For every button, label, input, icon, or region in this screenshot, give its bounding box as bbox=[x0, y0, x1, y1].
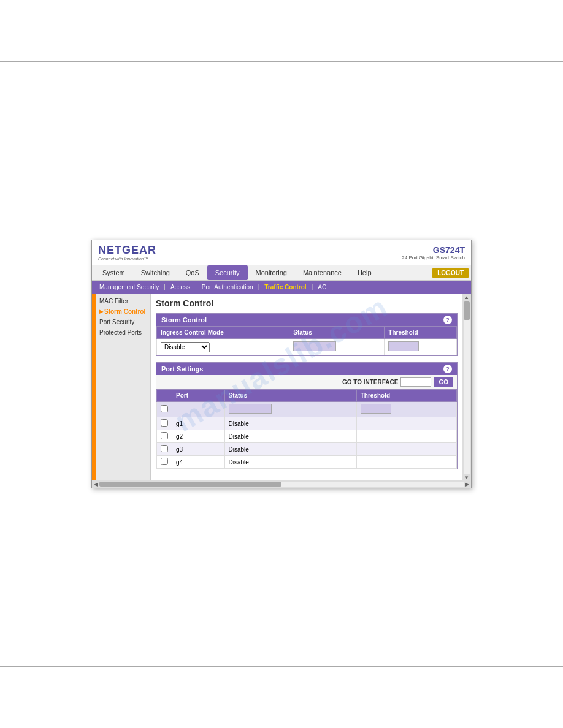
tab-help[interactable]: Help bbox=[350, 265, 380, 280]
netgear-logo: NETGEAR Connect with Innovation™ bbox=[98, 244, 156, 261]
port-settings-header: Port Settings ? bbox=[156, 363, 457, 375]
sidebar-item-protected-ports[interactable]: Protected Ports bbox=[96, 327, 150, 338]
threshold-g3 bbox=[356, 443, 456, 456]
subnav-acl[interactable]: ACL bbox=[314, 282, 333, 292]
storm-control-help-icon[interactable]: ? bbox=[443, 316, 452, 324]
browser-window: manualslib.com NETGEAR Connect with Inno… bbox=[91, 240, 472, 488]
device-model: GS724T bbox=[402, 245, 465, 255]
port-settings-table: Port Status Threshold bbox=[156, 389, 457, 469]
page-title: Storm Control bbox=[156, 298, 458, 308]
logout-button[interactable]: LOGOUT bbox=[432, 268, 469, 278]
threshold-g1 bbox=[356, 417, 456, 430]
sidebar-label-storm-control: Storm Control bbox=[104, 308, 145, 315]
status-input-disabled bbox=[293, 341, 336, 351]
port-settings-help-icon[interactable]: ? bbox=[443, 365, 452, 373]
h-scroll-thumb[interactable] bbox=[99, 482, 282, 487]
horizontal-scrollbar[interactable]: ◀ ▶ bbox=[92, 480, 471, 488]
col-ingress-control-mode: Ingress Control Mode bbox=[157, 327, 289, 339]
threshold-cell-all bbox=[356, 402, 456, 417]
go-to-interface-input[interactable] bbox=[400, 377, 431, 387]
vertical-scrollbar[interactable]: ▲ ▼ bbox=[462, 294, 471, 480]
tab-security[interactable]: Security bbox=[207, 265, 248, 280]
arrow-icon: ▶ bbox=[99, 309, 103, 314]
status-cell-all bbox=[224, 402, 356, 417]
tab-switching[interactable]: Switching bbox=[133, 265, 178, 280]
subnav-traffic-control[interactable]: Traffic Control bbox=[261, 282, 310, 292]
device-desc: 24 Port Gigabit Smart Switch bbox=[402, 255, 465, 260]
sidebar-label-port-security: Port Security bbox=[99, 319, 134, 325]
status-g1: Disable bbox=[224, 417, 356, 430]
port-g2: g2 bbox=[172, 430, 225, 443]
port-settings-title: Port Settings bbox=[161, 365, 203, 373]
checkbox-g2[interactable] bbox=[161, 432, 168, 439]
sidebar-item-port-security[interactable]: Port Security bbox=[96, 317, 150, 327]
table-row: g1 Disable bbox=[157, 417, 457, 430]
h-scroll-left[interactable]: ◀ bbox=[92, 482, 99, 487]
subnav-access[interactable]: Access bbox=[167, 282, 194, 292]
sidebar-item-storm-control[interactable]: ▶ Storm Control bbox=[96, 306, 150, 317]
port-g4: g4 bbox=[172, 456, 225, 469]
h-scroll-right[interactable]: ▶ bbox=[464, 482, 471, 487]
header-bar: NETGEAR Connect with Innovation™ GS724T … bbox=[92, 240, 471, 265]
main-nav: System Switching QoS Security Monitoring… bbox=[92, 265, 471, 281]
threshold-cell bbox=[385, 339, 457, 355]
sidebar: MAC Filter ▶ Storm Control Port Security… bbox=[96, 294, 151, 480]
checkbox-g3[interactable] bbox=[161, 445, 168, 452]
logo-text: NETGEAR bbox=[98, 244, 156, 257]
port-g3: g3 bbox=[172, 443, 225, 456]
scroll-thumb[interactable] bbox=[464, 301, 470, 320]
device-info: GS724T 24 Port Gigabit Smart Switch bbox=[402, 245, 465, 260]
tab-monitoring[interactable]: Monitoring bbox=[248, 265, 295, 280]
subnav-port-authentication[interactable]: Port Authentication bbox=[198, 282, 257, 292]
ingress-control-cell: Disable Broadcast Multicast Unknown Unic… bbox=[157, 339, 289, 355]
table-row: g4 Disable bbox=[157, 456, 457, 469]
checkbox-cell-g3 bbox=[157, 443, 172, 456]
main-content: Storm Control Storm Control ? Ingress Co… bbox=[151, 294, 462, 480]
sub-nav: Management Security | Access | Port Auth… bbox=[92, 281, 471, 294]
all-threshold-input bbox=[361, 404, 391, 414]
storm-control-table: Ingress Control Mode Status Threshold bbox=[156, 326, 457, 355]
checkbox-cell-g1 bbox=[157, 417, 172, 430]
storm-control-section: Storm Control ? Ingress Control Mode Sta… bbox=[156, 313, 458, 356]
scroll-track bbox=[464, 301, 470, 474]
port-cell-all bbox=[172, 402, 225, 417]
logo-tagline: Connect with Innovation™ bbox=[98, 257, 156, 261]
checkbox-g4[interactable] bbox=[161, 458, 168, 465]
go-to-interface-label: GO TO INTERFACE bbox=[342, 379, 399, 385]
threshold-g2 bbox=[356, 430, 456, 443]
checkbox-g1[interactable] bbox=[161, 419, 168, 427]
go-to-interface-bar: GO TO INTERFACE GO bbox=[156, 375, 457, 389]
threshold-input-disabled bbox=[388, 341, 419, 351]
status-g2: Disable bbox=[224, 430, 356, 443]
col-status: Status bbox=[289, 327, 385, 339]
all-status-dropdown bbox=[229, 404, 272, 414]
page-rule-top bbox=[0, 61, 563, 62]
table-row: Disable Broadcast Multicast Unknown Unic… bbox=[157, 339, 457, 355]
col-port: Port bbox=[172, 390, 225, 402]
scroll-down-arrow[interactable]: ▼ bbox=[464, 475, 469, 480]
table-row: g2 Disable bbox=[157, 430, 457, 443]
storm-control-title: Storm Control bbox=[161, 316, 207, 324]
tab-system[interactable]: System bbox=[94, 265, 133, 280]
port-settings-section: Port Settings ? GO TO INTERFACE GO bbox=[156, 362, 458, 469]
tab-maintenance[interactable]: Maintenance bbox=[295, 265, 350, 280]
threshold-g4 bbox=[356, 456, 456, 469]
go-button[interactable]: GO bbox=[434, 377, 453, 387]
select-all-checkbox[interactable] bbox=[161, 405, 168, 412]
checkbox-cell-all bbox=[157, 402, 172, 417]
tab-qos[interactable]: QoS bbox=[178, 265, 207, 280]
col-checkbox bbox=[157, 390, 172, 402]
status-cell bbox=[289, 339, 385, 355]
h-scroll-track bbox=[99, 482, 464, 487]
status-g4: Disable bbox=[224, 456, 356, 469]
scroll-up-arrow[interactable]: ▲ bbox=[464, 295, 469, 300]
ingress-control-select[interactable]: Disable Broadcast Multicast Unknown Unic… bbox=[161, 342, 210, 352]
checkbox-cell-g2 bbox=[157, 430, 172, 443]
content-wrapper: MAC Filter ▶ Storm Control Port Security… bbox=[92, 294, 471, 480]
page-rule-bottom bbox=[0, 666, 563, 667]
sidebar-label-protected-ports: Protected Ports bbox=[99, 329, 142, 336]
subnav-management-security[interactable]: Management Security bbox=[96, 282, 163, 292]
sidebar-label-mac-filter: MAC Filter bbox=[99, 298, 128, 305]
col-port-threshold: Threshold bbox=[356, 390, 456, 402]
sidebar-item-mac-filter[interactable]: MAC Filter bbox=[96, 296, 150, 306]
